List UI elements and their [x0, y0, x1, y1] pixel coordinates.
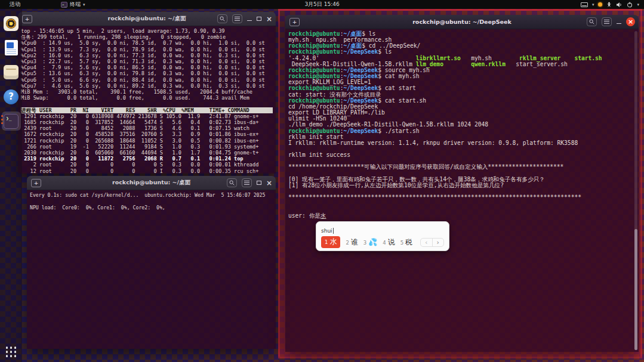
terminal-line: [1] 有28位小朋友排成一行,从左边开始数第10位是学豆,从右边开始数他是第几…	[288, 182, 636, 188]
close-button[interactable]: ×	[266, 16, 272, 22]
terminal-line: MiB Mem : 3903.0 total, 390.1 free, 1508…	[21, 89, 273, 95]
terminal-output[interactable]: rockchip@ubuntu:~/桌面$ lsmyh.sh npu.sh pe…	[285, 29, 639, 352]
ime-candidate[interactable]: 3💦	[363, 238, 377, 246]
titlebar[interactable]: + rockchip@ubuntu: ~/桌面 ×	[18, 12, 276, 26]
terminal-line: **********************可输入以下问题对应序号获取回答/或自…	[288, 164, 636, 170]
minimize-button[interactable]	[247, 20, 252, 21]
power-icon[interactable]	[627, 2, 633, 8]
chevron-down-icon: ▾	[592, 2, 594, 7]
terminal-line: 1721 rockchip 20 0 265688 18648 11052 S …	[21, 138, 273, 144]
terminal-line: 12 root 20 0 0 0 0 I 0.3 0.0 0:00.35 rcu…	[21, 168, 273, 174]
ime-candidate[interactable]: 5税	[400, 237, 412, 247]
terminal-line: %Cpu4 : 7.9 us, 5.6 sy, 0.0 ni, 86.5 id,…	[21, 64, 273, 70]
close-button[interactable]: ×	[626, 17, 635, 26]
activities-button[interactable]: 活动	[7, 1, 23, 8]
recording-indicator-icon	[598, 2, 602, 7]
input-method-keyboard-icon[interactable]	[581, 2, 588, 7]
system-tray[interactable]: ▾ ▾	[581, 0, 642, 9]
ime-candidate-popup: shui 1水2谁3💦4说5税‹›	[316, 221, 449, 251]
dock-item-libreoffice-writer[interactable]	[2, 38, 21, 57]
terminal-line: 2 root 20 0 0 0 0 S 0.3 0.0 0:00.01 kthr…	[21, 162, 273, 168]
close-button[interactable]: ×	[266, 180, 272, 186]
new-tab-button[interactable]: +	[22, 15, 32, 23]
terminal-line: 266 root 19 -1 52220 11244 9184 S 1.0 0.…	[21, 144, 273, 150]
terminal-line: MiB Swap: 0.0 total, 0.0 free, 0.0 used.…	[21, 95, 273, 101]
terminal-line: %Cpu2 : 16.0 us, 6.3 sy, 0.0 ni, 77.3 id…	[21, 52, 273, 58]
help-icon: ?	[4, 89, 19, 104]
window-deepseek-terminal: + rockchip@ubuntu: ~/DeepSeek × rockchip…	[285, 15, 639, 352]
terminal-line: ****************************************…	[288, 194, 636, 200]
ime-candidate[interactable]: 2谁	[346, 237, 358, 247]
new-tab-button[interactable]: +	[31, 179, 41, 187]
chevron-down-icon: ▾	[83, 2, 85, 7]
window-top-monitor: + rockchip@ubuntu: ~/桌面 × top - 15:46:05…	[18, 12, 276, 174]
terminal-line: %Cpu0 : 14.9 us, 5.0 sy, 0.0 ni, 78.5 id…	[21, 40, 273, 46]
desktop: 活动 >_ 终端 ▾ 3月5日 15:46 ▾ ▾	[0, 0, 644, 362]
terminal-line: top - 15:46:05 up 5 min, 2 users, load a…	[21, 28, 273, 34]
volume-icon[interactable]	[616, 2, 623, 8]
search-button[interactable]	[587, 17, 597, 26]
terminal-line: 1685 rockchip 20 0 317852 14664 5474 S 5…	[21, 119, 273, 125]
libreoffice-writer-icon	[5, 40, 18, 55]
terminal-line: 任务: 299 total, 1 running, 298 sleeping, …	[21, 34, 273, 40]
top-bar: 活动 >_ 终端 ▾ 3月5日 15:46 ▾ ▾	[0, 0, 644, 9]
new-tab-button[interactable]: +	[289, 18, 300, 26]
ime-preedit-text: shui	[321, 228, 334, 234]
terminal-line	[288, 207, 636, 213]
search-icon	[229, 180, 235, 185]
ime-candidate[interactable]: 1水	[321, 236, 340, 248]
dock-item-help[interactable]: ?	[2, 87, 21, 106]
search-icon	[220, 16, 225, 21]
terminal-line: %Cpu7 : 4.6 us, 5.6 sy, 0.0 ni, 89.2 id,…	[21, 83, 273, 89]
scrollbar[interactable]	[634, 31, 637, 350]
terminal-app-icon: >_	[61, 2, 67, 8]
terminal-line: 2030 rockchip 20 0 605060 66160 44694 S …	[21, 150, 273, 156]
app-indicator-label: 终端	[70, 1, 81, 8]
dock-item-files[interactable]	[2, 63, 21, 82]
terminal-line: 1291 rockchip 20 0 6318908 474972 213678…	[21, 113, 273, 119]
maximize-button[interactable]	[257, 181, 261, 185]
terminal-line: %Cpu6 : 5.0 us, 6.6 sy, 0.0 ni, 88.4 id,…	[21, 77, 273, 83]
close-icon: ×	[628, 19, 633, 25]
ime-candidate[interactable]: 4说	[383, 237, 395, 247]
terminal-line: %Cpu5 : 13.6 us, 6.3 sy, 0.0 ni, 79.8 id…	[21, 70, 273, 76]
titlebar[interactable]: + rockchip@ubuntu: ~/DeepSeek ×	[285, 15, 639, 29]
show-applications-button[interactable]	[6, 346, 17, 357]
terminal-line: 2319 rockchip 20 0 11872 2756 2068 R 0.7…	[21, 156, 273, 162]
terminal-line: 1672 rockchip 20 0 458528 37516 20760 S …	[21, 131, 273, 137]
menu-button[interactable]	[232, 14, 242, 23]
terminal-output[interactable]: top - 15:46:05 up 5 min, 2 users, load a…	[18, 26, 276, 174]
menu-button[interactable]	[242, 178, 252, 187]
terminal-line: %Cpu3 : 22.7 us, 5.7 sy, 0.0 ni, 71.3 id…	[21, 58, 273, 64]
maximize-button[interactable]	[257, 17, 261, 21]
ime-paging: ‹›	[420, 238, 444, 247]
dock: ? ❯_	[0, 9, 22, 362]
search-icon	[589, 19, 594, 24]
terminal-line: %Cpu1 : 13.9 us, 7.3 sy, 0.0 ni, 78.9 id…	[21, 47, 273, 52]
app-indicator[interactable]: >_ 终端 ▾	[61, 1, 85, 8]
terminal-line: 进程号 USER PR NI VIRT RES SHR %CPU %MEM TI…	[21, 107, 273, 113]
window-title: rockchip@ubuntu: ~/桌面	[112, 179, 190, 187]
terminal-output[interactable]: Every 0.1s: sudo cat /sys/kernel/d... ub…	[27, 190, 276, 349]
window-title: rockchip@ubuntu: ~/桌面	[107, 15, 186, 23]
minimize-button[interactable]	[617, 23, 621, 24]
ime-prev-page-button[interactable]: ‹	[421, 239, 432, 246]
menu-button[interactable]	[602, 17, 612, 26]
accessibility-icon[interactable]	[606, 2, 612, 8]
ime-candidate-list: 1水2谁3💦4说5税‹›	[321, 236, 444, 248]
dock-item-terminal[interactable]: ❯_	[2, 112, 21, 131]
search-button[interactable]	[217, 14, 227, 23]
terminal-line: 2439 root 20 0 8452 2088 1736 S 4.6 0.1 …	[21, 125, 273, 131]
hamburger-menu-icon	[604, 20, 609, 24]
clock[interactable]: 3月5日 15:46	[304, 0, 339, 9]
scrollbar-thumb[interactable]	[634, 229, 637, 350]
dock-item-rhythmbox[interactable]	[2, 14, 21, 33]
terminal-line	[30, 199, 273, 205]
search-button[interactable]	[227, 178, 237, 187]
rhythmbox-icon	[4, 16, 19, 31]
files-icon	[4, 65, 19, 79]
titlebar[interactable]: + rockchip@ubuntu: ~/桌面 ×	[27, 176, 276, 190]
hamburger-menu-icon	[244, 181, 249, 185]
ime-next-page-button[interactable]: ›	[432, 239, 443, 246]
terminal-line: rkllm init success	[288, 152, 636, 158]
